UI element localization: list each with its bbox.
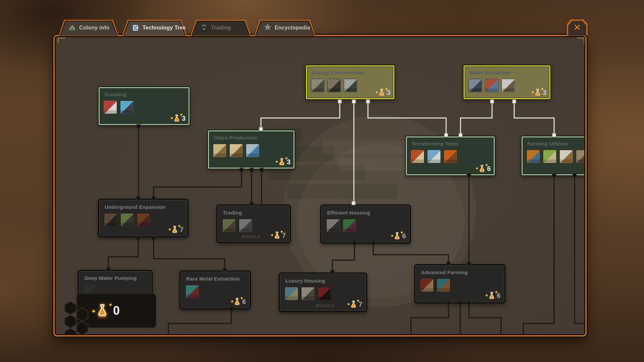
tab-label: Colony info <box>79 25 109 31</box>
research-points-tooltip: ✦ ✦ 0 <box>76 294 156 328</box>
tab-trading[interactable]: Trading <box>191 20 251 36</box>
panel-corner-bracket-left <box>58 38 65 43</box>
colony-dome-icon <box>68 24 76 32</box>
tab-label: Trading <box>211 25 231 31</box>
technology-tree-panel: Scouting✦✦3Energy Conservation✦✦3Water E… <box>53 35 587 337</box>
close-button[interactable]: ✕ <box>567 19 588 36</box>
encyclopedia-badge-icon: ? <box>264 24 272 32</box>
tab-technology-tree[interactable]: Technology Tree <box>122 20 187 36</box>
tab-label: Technology Tree <box>143 25 186 31</box>
research-flask-icon: ✦ ✦ <box>96 304 109 318</box>
game-screen: { "window": {"title": "Technology Tree"}… <box>0 0 644 362</box>
tab-encyclopedia[interactable]: ?Encyclopedia <box>254 20 315 36</box>
tab-colony-info[interactable]: Colony info <box>59 20 118 36</box>
panel-corner-bracket-right <box>577 38 584 43</box>
trading-pack-icon <box>200 24 208 32</box>
close-icon: ✕ <box>567 19 588 36</box>
svg-text:?: ? <box>267 25 269 29</box>
research-points-value: 0 <box>113 304 120 318</box>
circuit-icon <box>131 24 140 32</box>
tab-label: Encyclopedia <box>275 25 310 31</box>
technology-tree-canvas[interactable]: Scouting✦✦3Energy Conservation✦✦3Water E… <box>56 37 584 334</box>
tech-tree-connectors <box>56 37 584 334</box>
